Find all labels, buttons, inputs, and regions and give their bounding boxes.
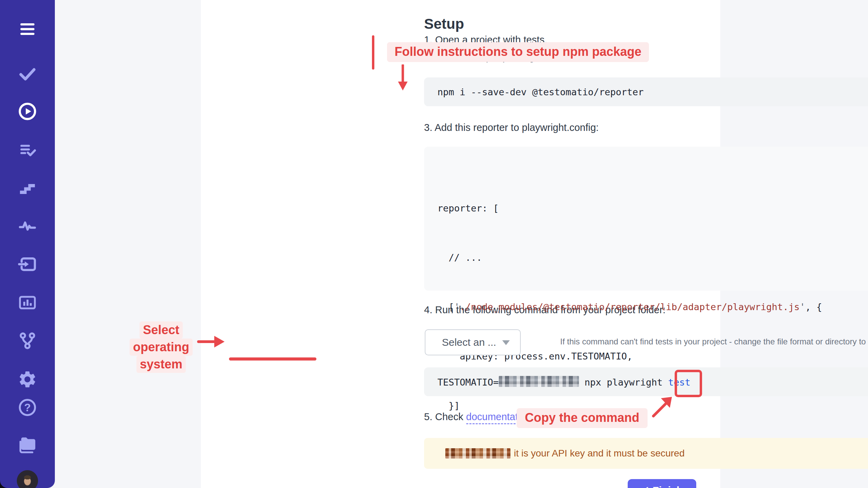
os-select-value: Select an ... xyxy=(442,337,496,348)
check-icon[interactable] xyxy=(17,64,37,84)
arrow-up-right-icon xyxy=(650,395,675,419)
activity-icon[interactable] xyxy=(17,216,37,236)
blurred-api-key xyxy=(445,448,510,459)
steps-icon[interactable] xyxy=(17,178,37,198)
annotation-divider-line xyxy=(372,35,374,70)
annotation-npm: Follow instructions to setup npm package xyxy=(387,42,649,62)
arrow-down-icon xyxy=(393,64,413,91)
setup-page: ? Setup 1. Open a project with tests. 2.… xyxy=(0,0,868,488)
svg-text:?: ? xyxy=(24,402,31,414)
play-circle-icon[interactable] xyxy=(17,101,37,121)
warning-text: it is your API key and it must be secure… xyxy=(514,448,685,459)
import-icon[interactable] xyxy=(17,254,37,274)
annotation-copy-command: Copy the command xyxy=(517,408,648,428)
page-title: Setup xyxy=(424,16,464,32)
help-icon[interactable]: ? xyxy=(17,398,37,417)
annotation-underline xyxy=(229,357,316,361)
api-key-warning: it is your API key and it must be secure… xyxy=(424,438,868,469)
branch-icon[interactable] xyxy=(17,331,37,351)
scan-hint-text: If this command can't find tests in your… xyxy=(560,337,868,346)
menu-icon[interactable] xyxy=(17,19,37,39)
gear-icon[interactable] xyxy=(17,369,37,389)
finish-button[interactable]: ✓ Finish xyxy=(628,479,696,488)
folder-icon[interactable] xyxy=(17,435,37,454)
sidebar: ? xyxy=(0,0,55,488)
code-npm-install: npm i --save-dev @testomatio/reporter xyxy=(437,87,643,97)
chevron-down-icon xyxy=(502,340,510,345)
avatar[interactable] xyxy=(17,470,38,488)
code-block-reporter-config: reporter: [ // ... ['./node_modules/@tes… xyxy=(424,147,868,291)
task-list-icon[interactable] xyxy=(17,140,37,160)
annotation-select-os: Select operating system xyxy=(128,321,195,373)
copy-button-highlight-box xyxy=(675,370,702,397)
step-3: 3. Add this reporter to playwright.confi… xyxy=(424,122,599,133)
code-block-npm-install: npm i --save-dev @testomatio/reporter xyxy=(424,77,868,106)
bar-chart-icon[interactable] xyxy=(17,293,37,313)
blurred-api-key xyxy=(499,376,579,387)
run-command: TESTOMATIO= npx playwright test xyxy=(437,376,690,388)
arrow-right-icon xyxy=(197,333,227,350)
os-select-dropdown[interactable]: Select an ... xyxy=(425,329,521,355)
code-block-run-command: TESTOMATIO= npx playwright test xyxy=(424,367,868,396)
